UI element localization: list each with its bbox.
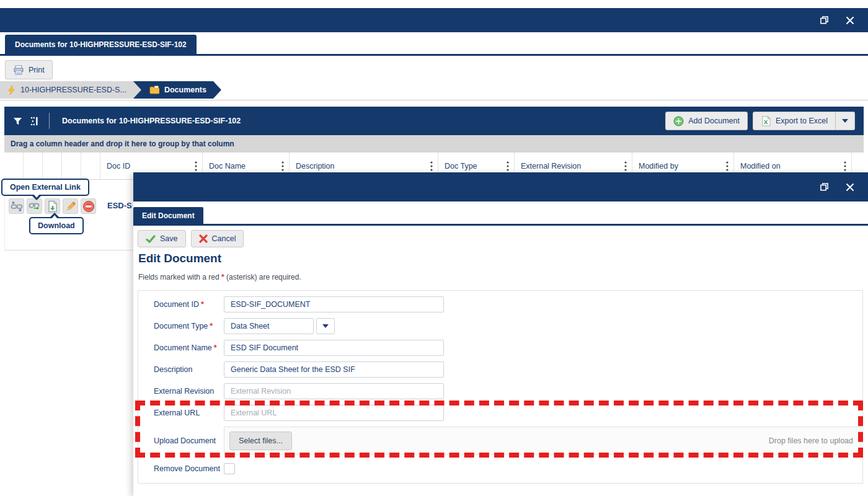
description-label: Description xyxy=(154,365,224,374)
form-row-description: Description xyxy=(138,361,862,378)
export-label: Export to Excel xyxy=(776,117,828,125)
form-row-document-name: Document Name* xyxy=(138,340,862,356)
app-window: Documents for 10-HIGHPRESSURE-ESD-SIF-10… xyxy=(0,0,868,496)
svg-text:X: X xyxy=(764,118,768,125)
tool-column-header xyxy=(43,153,62,179)
row-doc-id-cell[interactable]: ESD-S xyxy=(107,201,132,210)
add-icon xyxy=(673,116,684,126)
required-fields-note: Fields marked with a red * (asterisk) ar… xyxy=(138,273,301,281)
tabstrip-underline xyxy=(0,54,868,56)
note-text: Fields marked with a red xyxy=(138,273,221,281)
form-row-external-revision: External Revision xyxy=(138,383,862,399)
breadcrumb-sif-label: 10-HIGHPRESSURE-ESD-S... xyxy=(20,86,126,94)
edit-document-form: Document ID* Document Type* Document Nam… xyxy=(138,290,863,484)
open-external-link-icon xyxy=(29,200,41,213)
dialog-titlebar xyxy=(133,172,868,202)
print-label: Print xyxy=(29,66,45,74)
tool-column-header xyxy=(62,153,81,179)
group-by-bar[interactable]: Drag a column header and drop it here to… xyxy=(4,135,864,153)
breadcrumb-item-sif[interactable]: 10-HIGHPRESSURE-ESD-S... xyxy=(0,81,141,99)
restore-window-icon[interactable] xyxy=(818,15,830,26)
remove-document-checkbox[interactable] xyxy=(224,463,235,474)
external-url-label: External URL xyxy=(154,409,224,417)
add-document-button[interactable]: Add Document xyxy=(665,112,748,130)
excel-icon: X xyxy=(761,116,771,126)
tool-column-header xyxy=(24,153,43,179)
column-menu-icon[interactable] xyxy=(623,160,628,172)
document-type-select[interactable] xyxy=(224,318,314,334)
print-button[interactable]: Print xyxy=(5,60,53,79)
dialog-toolbar: Save Cancel xyxy=(138,230,244,247)
breadcrumb-item-documents[interactable]: Documents xyxy=(133,81,221,99)
document-name-input[interactable] xyxy=(224,340,444,356)
breadcrumb-documents-label: Documents xyxy=(164,86,206,94)
column-menu-icon[interactable] xyxy=(725,160,730,172)
column-menu-icon[interactable] xyxy=(843,160,848,172)
document-type-dropdown-button[interactable] xyxy=(316,318,335,334)
tool-column-header xyxy=(81,153,100,179)
close-window-icon[interactable] xyxy=(844,15,856,26)
tooltip-download: Download xyxy=(29,217,84,234)
required-asterisk: * xyxy=(210,322,213,330)
drop-files-hint: Drop files here to upload xyxy=(769,436,853,445)
grid-title: Documents for 10-HIGHPRESSURE-ESD-SIF-10… xyxy=(62,117,241,125)
edit-button[interactable] xyxy=(63,198,78,214)
document-id-label: Document ID* xyxy=(154,300,224,309)
row-action-buttons xyxy=(9,198,96,214)
external-url-input[interactable] xyxy=(224,405,444,421)
delete-button[interactable] xyxy=(81,198,96,214)
file-dropzone[interactable]: Select files... Drop files here to uploa… xyxy=(224,427,861,455)
column-label: Doc ID xyxy=(107,162,130,170)
tab-edit-document[interactable]: Edit Document xyxy=(133,207,203,224)
required-asterisk: * xyxy=(201,300,204,309)
grid-actions: Add Document X Export to Excel xyxy=(665,112,855,130)
cancel-button[interactable]: Cancel xyxy=(191,230,244,247)
column-label: Description xyxy=(296,162,335,170)
delete-icon xyxy=(82,200,95,213)
document-id-input[interactable] xyxy=(224,296,444,312)
print-icon xyxy=(13,65,24,75)
header-divider xyxy=(49,113,50,129)
column-menu-icon[interactable] xyxy=(429,160,434,172)
column-label: Modified on xyxy=(740,162,781,170)
breadcrumb-divider xyxy=(0,100,868,100)
add-document-label: Add Document xyxy=(688,117,740,125)
column-menu-icon[interactable] xyxy=(280,160,285,172)
restore-window-icon[interactable] xyxy=(818,182,830,193)
export-button-group: X Export to Excel xyxy=(753,112,855,130)
dialog-tabstrip-underline xyxy=(133,224,868,226)
column-state-icon[interactable] xyxy=(30,117,39,126)
download-icon xyxy=(46,200,59,213)
required-asterisk: * xyxy=(214,343,217,352)
download-button[interactable] xyxy=(45,198,60,214)
tab-documents-for-sif[interactable]: Documents for 10-HIGHPRESSURE-ESD-SIF-10… xyxy=(5,35,197,54)
save-button[interactable]: Save xyxy=(138,230,186,247)
form-row-remove-document: Remove Document xyxy=(138,461,862,477)
column-menu-icon[interactable] xyxy=(193,160,198,172)
column-label: External Revision xyxy=(521,162,581,170)
column-menu-icon[interactable] xyxy=(505,160,510,172)
external-revision-label: External Revision xyxy=(154,387,224,396)
tooltip-open-external-link: Open External Link xyxy=(1,179,89,196)
close-icon[interactable] xyxy=(844,182,856,193)
column-label: Doc Name xyxy=(209,162,246,170)
description-input[interactable] xyxy=(224,361,444,378)
grid-header: Documents for 10-HIGHPRESSURE-ESD-SIF-10… xyxy=(4,107,864,135)
external-revision-input[interactable] xyxy=(224,383,444,399)
cancel-x-icon xyxy=(199,234,208,243)
export-to-excel-button[interactable]: X Export to Excel xyxy=(753,112,836,130)
column-label: Modified by xyxy=(639,162,678,170)
export-options-button[interactable] xyxy=(835,112,855,130)
edit-pencil-icon xyxy=(64,200,77,213)
select-files-button[interactable]: Select files... xyxy=(229,432,292,450)
form-row-document-type: Document Type* xyxy=(138,318,862,334)
breadcrumb: 10-HIGHPRESSURE-ESD-S... Documents xyxy=(0,81,221,99)
chevron-down-icon xyxy=(842,119,848,123)
save-label: Save xyxy=(160,234,178,243)
broken-link-button[interactable] xyxy=(9,198,24,214)
note-text: (asterisk) are required. xyxy=(224,273,301,281)
page-title: Edit Document xyxy=(138,251,221,266)
remove-document-label: Remove Document xyxy=(154,464,224,473)
open-external-link-button[interactable] xyxy=(27,198,42,214)
filter-icon[interactable] xyxy=(13,117,22,126)
